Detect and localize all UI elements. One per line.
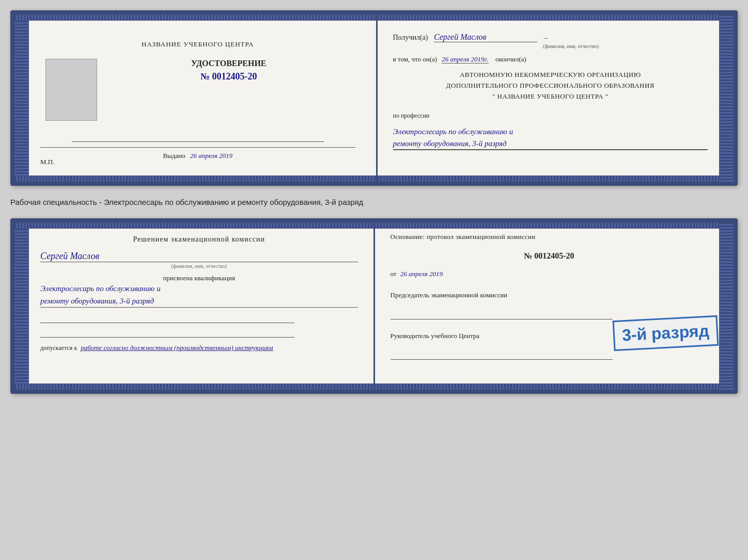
recipient-name: Сергей Маслов [434, 33, 537, 42]
mp-stamp: М.П. [40, 158, 54, 166]
sig-line-1 [40, 313, 294, 323]
assigned-text: присвоена квалификация [40, 274, 358, 282]
signature-lines [40, 313, 358, 338]
cert-number: № 0012405-20 [200, 71, 257, 82]
sig-line-2 [40, 327, 294, 338]
in-that-line: в том, что он(а) 26 апреля 2019г. окончи… [393, 55, 708, 63]
between-label: Рабочая специальность - Электрослесарь п… [10, 195, 738, 209]
in-that-date: 26 апреля 2019г. [442, 55, 488, 63]
issued-date: 26 апреля 2019 [190, 152, 232, 159]
in-that-prefix: в том, что он(а) [393, 55, 438, 63]
profession-value: Электрослесарь по обслуживанию и ремонту… [393, 126, 708, 150]
allowed-hw: работе согласно должностным (производств… [81, 344, 273, 351]
allowed-text: допускается к работе согласно должностны… [40, 344, 358, 352]
basis-text: Основание: протокол экаменационной комис… [391, 233, 708, 241]
basis-date: от 26 апреля 2019 [391, 270, 708, 278]
org-block: АВТОНОМНУЮ НЕКОММЕРЧЕСКУЮ ОРГАНИЗАЦИЮ ДО… [393, 70, 708, 102]
basis-date-val: 26 апреля 2019 [400, 270, 443, 278]
decision-title: Решением экаменационной комиссии [40, 235, 358, 244]
finished-label: окончил(а) [495, 55, 526, 63]
chairman-label: Председатель экаменационной комиссии [391, 291, 708, 300]
issued-line: Выдано 26 апреля 2019 [40, 147, 355, 160]
person-name: Сергей Маслов [40, 251, 358, 262]
profession-label: по профессии [393, 112, 708, 120]
fio-label2: (фамилия, имя, отчество) [40, 263, 358, 269]
fio-label: (фамилия, имя, отчество) [434, 43, 708, 49]
photo-placeholder [45, 59, 97, 121]
qual-line2: ремонту оборудования, 3-й разряд [40, 295, 358, 308]
org-line2: ДОПОЛНИТЕЛЬНОГО ПРОФЕССИОНАЛЬНОГО ОБРАЗО… [393, 81, 708, 91]
basis-number: № 0012405-20 [391, 251, 708, 261]
grade-stamp: 3-й разряд [613, 315, 719, 351]
org-line3: " НАЗВАНИЕ УЧЕБНОГО ЦЕНТРА " [393, 91, 708, 102]
qual-text: Электрослесарь по обслуживанию и ремонту… [40, 282, 358, 308]
head-sig-line [391, 349, 613, 360]
received-prefix: Получил(а) [393, 34, 428, 41]
card1-center-title: НАЗВАНИЕ УЧЕБНОГО ЦЕНТРА [142, 40, 254, 49]
cert-title: УДОСТОВЕРЕНИЕ [191, 59, 267, 68]
org-line1: АВТОНОМНУЮ НЕКОММЕРЧЕСКУЮ ОРГАНИЗАЦИЮ [393, 70, 708, 81]
issued-label: Выдано [163, 152, 185, 159]
received-line: Получил(а) Сергей Маслов – (фамилия, имя… [393, 33, 708, 49]
chairman-sig-line [391, 309, 613, 319]
profession-line2: ремонту оборудования, 3-й разряд [393, 138, 708, 150]
